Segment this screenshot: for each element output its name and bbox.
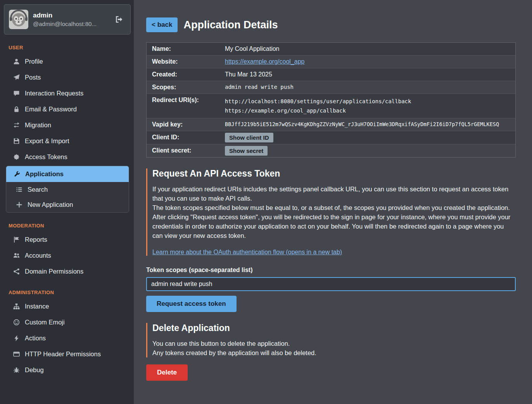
sidebar-item-label: New Application bbox=[28, 201, 73, 208]
sloth-avatar-image bbox=[9, 10, 28, 29]
sidebar-item-label: Actions bbox=[25, 335, 46, 342]
delete-application-section: Delete Application You can use this butt… bbox=[146, 323, 516, 357]
access-token-paragraph-3: After clicking "Request access token", y… bbox=[152, 212, 516, 240]
certificate-icon bbox=[13, 154, 20, 160]
sidebar-item-label: Domain Permissions bbox=[25, 268, 83, 275]
access-token-heading: Request An API Access Token bbox=[152, 168, 516, 179]
sidebar-item-applications[interactable]: Applications bbox=[6, 166, 129, 182]
table-row-created: Created: Thu Mar 13 2025 bbox=[147, 68, 515, 81]
table-row-client-secret: Client secret: Show secret bbox=[147, 144, 515, 157]
row-label: Website: bbox=[147, 55, 221, 68]
table-row-vapid-key: Vapid key: BBJffJ219b5iE512m7wQSzv4KgKDh… bbox=[147, 118, 515, 131]
floppy-icon bbox=[13, 138, 20, 144]
sidebar-item-http-header-permissions[interactable]: HTTP Header Permissions bbox=[0, 346, 134, 362]
token-scopes-input[interactable] bbox=[146, 277, 516, 291]
sidebar-item-export-import[interactable]: Export & Import bbox=[0, 133, 134, 149]
sidebar-item-profile[interactable]: Profile bbox=[0, 54, 134, 69]
logout-icon[interactable] bbox=[115, 15, 126, 24]
sidebar-item-custom-emoji[interactable]: Custom Emoji bbox=[0, 314, 134, 330]
sidebar-item-reports[interactable]: Reports bbox=[0, 232, 134, 248]
row-value-scopes: admin read write push bbox=[221, 81, 297, 93]
delete-button[interactable]: Delete bbox=[146, 364, 188, 381]
table-row-name: Name: My Cool Application bbox=[147, 43, 515, 55]
page-header: < back Application Details bbox=[146, 17, 516, 32]
user-handle: @admin@localhost:80... bbox=[33, 21, 110, 27]
sidebar: admin @admin@localhost:80... USER Profil… bbox=[0, 0, 134, 404]
header-icon bbox=[13, 351, 20, 357]
wrench-icon bbox=[13, 171, 20, 177]
sidebar-item-label: Debug bbox=[25, 366, 44, 374]
show-secret-button[interactable]: Show secret bbox=[225, 146, 268, 156]
bolt-icon bbox=[13, 335, 20, 342]
plus-icon bbox=[16, 201, 22, 208]
lock-icon bbox=[13, 106, 20, 113]
row-value-redirect-uris: http://localhost:8080/settings/user/appl… bbox=[221, 94, 415, 118]
show-client-id-button[interactable]: Show client ID bbox=[225, 133, 273, 142]
website-link[interactable]: https://example.org/cool_app bbox=[225, 58, 304, 65]
sidebar-item-label: Custom Emoji bbox=[25, 319, 65, 326]
table-row-redirect-uris: Redirect URI(s): http://localhost:8080/s… bbox=[147, 94, 515, 118]
sidebar-item-accounts[interactable]: Accounts bbox=[0, 248, 134, 264]
sidebar-item-applications-new[interactable]: New Application bbox=[6, 197, 129, 212]
sidebar-item-label: Posts bbox=[25, 74, 41, 81]
sidebar-item-label: Migration bbox=[25, 121, 51, 129]
applications-group: Applications Search New Application bbox=[6, 166, 129, 213]
sidebar-item-label: Interaction Requests bbox=[25, 90, 83, 97]
sidebar-item-label: HTTP Header Permissions bbox=[25, 350, 101, 358]
table-row-website: Website: https://example.org/cool_app bbox=[147, 55, 515, 68]
sidebar-item-actions[interactable]: Actions bbox=[0, 330, 134, 346]
sidebar-item-email-password[interactable]: Email & Password bbox=[0, 101, 134, 117]
sidebar-item-debug[interactable]: Debug bbox=[0, 362, 134, 378]
sidebar-item-migration[interactable]: Migration bbox=[0, 117, 134, 133]
delete-paragraph-1: You can use this button to delete the ap… bbox=[152, 339, 516, 348]
row-label: Client secret: bbox=[147, 144, 221, 157]
row-label: Created: bbox=[147, 68, 221, 81]
user-info: admin @admin@localhost:80... bbox=[33, 12, 110, 27]
section-user: USER bbox=[9, 45, 134, 50]
sidebar-item-label: Export & Import bbox=[25, 137, 69, 145]
sitemap-icon bbox=[13, 303, 20, 310]
request-access-token-button[interactable]: Request access token bbox=[146, 296, 237, 312]
page-title: Application Details bbox=[183, 19, 278, 31]
sidebar-item-domain-permissions[interactable]: Domain Permissions bbox=[0, 264, 134, 279]
row-value-vapid-key: BBJffJ219b5iE512m7wQSzv4KgKDhgZZVzNyWC_r… bbox=[221, 118, 503, 130]
users-icon bbox=[13, 252, 20, 259]
bug-icon bbox=[13, 367, 20, 373]
sidebar-item-label: Reports bbox=[25, 236, 47, 243]
redirect-uri-2: https://example.org/cool_app/callback bbox=[225, 106, 411, 115]
access-token-paragraph-1: If your application redirect URIs includ… bbox=[152, 184, 516, 203]
oauth-docs-link[interactable]: Learn more about the OAuth authenticatio… bbox=[152, 249, 342, 256]
token-scopes-field: Token scopes (space-separated list) Requ… bbox=[146, 267, 516, 312]
sidebar-item-label: Email & Password bbox=[25, 106, 77, 113]
access-token-section: Request An API Access Token If your appl… bbox=[146, 168, 516, 256]
sidebar-item-label: Search bbox=[28, 186, 48, 193]
sidebar-item-interaction-requests[interactable]: Interaction Requests bbox=[0, 85, 134, 101]
sidebar-item-label: Accounts bbox=[25, 252, 51, 259]
flag-icon bbox=[13, 236, 20, 243]
table-row-client-id: Client ID: Show client ID bbox=[147, 131, 515, 144]
row-label: Name: bbox=[147, 43, 221, 55]
access-token-paragraph-2: The token scopes specified below must be… bbox=[152, 203, 516, 212]
sidebar-item-applications-search[interactable]: Search bbox=[6, 182, 129, 197]
row-label: Client ID: bbox=[147, 131, 221, 144]
share-nodes-icon bbox=[13, 268, 20, 275]
token-scopes-label: Token scopes (space-separated list) bbox=[146, 267, 516, 274]
sidebar-item-posts[interactable]: Posts bbox=[0, 69, 134, 85]
redirect-uri-1: http://localhost:8080/settings/user/appl… bbox=[225, 97, 411, 106]
section-moderation: MODERATION bbox=[9, 223, 134, 229]
sidebar-item-label: Applications bbox=[25, 170, 64, 178]
row-label: Scopes: bbox=[147, 81, 221, 94]
user-icon bbox=[13, 58, 20, 65]
user-card[interactable]: admin @admin@localhost:80... bbox=[4, 4, 131, 35]
row-label: Vapid key: bbox=[147, 118, 221, 131]
delete-paragraph-2: Any tokens created by the application wi… bbox=[152, 348, 516, 357]
table-row-scopes: Scopes: admin read write push bbox=[147, 81, 515, 94]
row-value: My Cool Application bbox=[221, 43, 283, 55]
sidebar-item-label: Access Tokens bbox=[25, 153, 67, 161]
back-button[interactable]: < back bbox=[146, 17, 178, 32]
sidebar-item-instance[interactable]: Instance bbox=[0, 298, 134, 314]
sidebar-item-label: Profile bbox=[25, 58, 43, 65]
sidebar-item-access-tokens[interactable]: Access Tokens bbox=[0, 149, 134, 165]
username: admin bbox=[33, 12, 110, 19]
smiley-icon bbox=[13, 319, 20, 326]
